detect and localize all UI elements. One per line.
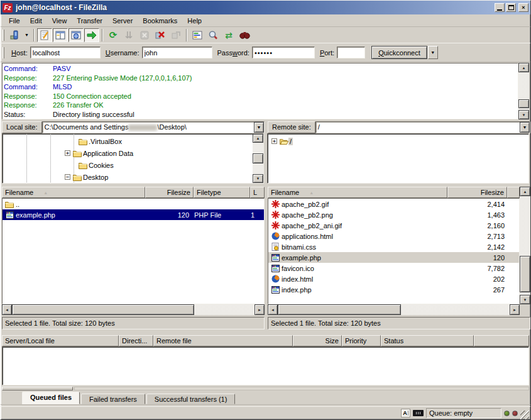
expand-icon[interactable]: +: [65, 150, 70, 156]
scroll-up-button[interactable]: ▲: [520, 187, 530, 196]
scroll-thumb[interactable]: [278, 304, 401, 315]
file-row[interactable]: index.php267: [268, 284, 519, 295]
message-log[interactable]: Command:PASV Response:227 Entering Passi…: [2, 63, 518, 119]
disconnect-button[interactable]: [153, 28, 168, 42]
menu-help[interactable]: Help: [183, 16, 206, 26]
column-header-remote-file[interactable]: Remote file: [153, 335, 293, 346]
file-row-selected[interactable]: example.php120: [268, 252, 519, 263]
toolbar-grip[interactable]: [3, 30, 4, 41]
column-header-status[interactable]: Status: [381, 335, 474, 346]
local-directory-tree[interactable]: .VirtualBox +Application Data Cookies −D…: [3, 134, 253, 183]
scroll-track[interactable]: [194, 304, 255, 315]
scroll-track[interactable]: [74, 387, 529, 390]
column-header-lastmodified[interactable]: L: [250, 187, 265, 198]
file-row[interactable]: ..: [3, 199, 264, 209]
refresh-button[interactable]: ⟳: [106, 28, 121, 42]
directory-filters-button[interactable]: [190, 28, 205, 42]
menu-transfer[interactable]: Transfer: [72, 16, 107, 26]
synchronized-browsing-button[interactable]: ⇄: [221, 28, 236, 42]
menu-view[interactable]: View: [48, 16, 72, 26]
minimize-button[interactable]: [495, 3, 505, 12]
remote-list-hscrollbar[interactable]: ◄ ►: [268, 304, 520, 315]
scroll-up-button[interactable]: ▲: [518, 63, 529, 72]
remote-file-list[interactable]: apache_pb2.gif2,414 apache_pb2.png1,463 …: [268, 198, 520, 304]
maximize-button[interactable]: [506, 3, 516, 12]
scroll-thumb[interactable]: [520, 256, 530, 292]
scroll-down-button[interactable]: ▼: [518, 110, 529, 119]
collapse-icon[interactable]: −: [65, 174, 70, 180]
title-bar[interactable]: Fz john@localhost - FileZilla ×: [1, 1, 530, 14]
queue-hscrollbar[interactable]: [2, 387, 529, 392]
expand-icon[interactable]: +: [271, 138, 277, 144]
file-row[interactable]: applications.html2,713: [268, 231, 519, 241]
close-button[interactable]: ×: [518, 3, 528, 12]
local-list-hscrollbar[interactable]: ◄ ►: [2, 304, 265, 315]
file-row[interactable]: favicon.ico7,782: [268, 263, 519, 274]
menu-file[interactable]: File: [4, 16, 25, 26]
column-header-direction[interactable]: Directi...: [119, 335, 153, 346]
scroll-thumb[interactable]: [253, 153, 263, 163]
column-header-size[interactable]: Size: [293, 335, 342, 346]
column-header-filename[interactable]: Filename▲: [2, 187, 145, 198]
port-input[interactable]: [337, 47, 365, 58]
scroll-thumb[interactable]: [12, 304, 194, 315]
remote-list-scrollbar[interactable]: ▲ ▼: [520, 198, 530, 304]
file-row[interactable]: apache_pb2.png1,463: [268, 209, 519, 220]
scroll-thumb[interactable]: [2, 387, 73, 390]
file-row[interactable]: index.html202: [268, 274, 519, 284]
quickconnect-button[interactable]: Quickconnect: [371, 46, 427, 59]
menu-server[interactable]: Server: [108, 16, 137, 26]
tree-item[interactable]: +/: [268, 135, 528, 147]
scroll-up-button[interactable]: ▲: [253, 134, 263, 143]
toggle-message-log-button[interactable]: [37, 28, 52, 42]
remote-site-combo[interactable]: / ▼: [315, 121, 530, 133]
file-row-selected[interactable]: example.php 120 PHP File 1: [3, 209, 264, 220]
resize-grip[interactable]: [520, 411, 529, 419]
site-manager-dropdown[interactable]: ▼: [23, 28, 31, 42]
toggle-remote-tree-button[interactable]: [68, 28, 84, 42]
column-header-filesize[interactable]: Filesize: [145, 187, 194, 198]
local-file-list[interactable]: .. example.php 120 PHP File 1: [2, 198, 265, 304]
remote-site-dropdown[interactable]: ▼: [520, 122, 530, 133]
scroll-down-button[interactable]: ▼: [520, 295, 530, 304]
scroll-left-button[interactable]: ◄: [268, 304, 278, 315]
tab-queued-files[interactable]: Queued files: [22, 392, 80, 404]
scroll-right-button[interactable]: ►: [510, 304, 520, 315]
local-site-combo[interactable]: C:\Documents and Settings\Desktop\ ▼: [42, 121, 265, 133]
toggle-local-tree-button[interactable]: [53, 28, 68, 42]
scroll-down-button[interactable]: ▼: [253, 174, 263, 183]
tree-item[interactable]: .VirtualBox: [3, 135, 253, 147]
data-type-indicator-icon[interactable]: A: [401, 409, 410, 417]
log-scrollbar[interactable]: ▲ ▼: [518, 63, 529, 119]
scroll-left-button[interactable]: ◄: [2, 304, 12, 315]
file-row[interactable]: bitnami.css2,142: [268, 241, 519, 252]
file-row[interactable]: apache_pb2.gif2,414: [268, 199, 519, 209]
tree-item[interactable]: −Desktop: [3, 171, 253, 183]
column-header-server-local-file[interactable]: Server/Local file: [2, 335, 119, 346]
tab-failed-transfers[interactable]: Failed transfers: [81, 394, 145, 404]
password-input[interactable]: [252, 47, 315, 58]
host-input[interactable]: [30, 47, 101, 58]
tree-item[interactable]: +Application Data: [3, 147, 253, 159]
menu-edit[interactable]: Edit: [26, 16, 47, 26]
toggle-transfer-queue-button[interactable]: [84, 28, 99, 42]
scroll-thumb[interactable]: [518, 99, 529, 108]
site-manager-button[interactable]: [7, 28, 22, 42]
column-header-filesize[interactable]: Filesize: [447, 187, 507, 198]
column-header-filetype[interactable]: Filetype: [194, 187, 250, 198]
local-site-dropdown[interactable]: ▼: [254, 122, 264, 133]
indicator-badge-icon[interactable]: [413, 410, 424, 416]
quickconnect-dropdown[interactable]: ▼: [428, 46, 438, 59]
tree-item[interactable]: Cookies: [3, 159, 253, 171]
column-header-filename[interactable]: Filename▲: [268, 187, 447, 198]
local-tree-scrollbar[interactable]: ▲ ▼: [253, 134, 263, 183]
file-row[interactable]: apache_pb2_ani.gif2,160: [268, 220, 519, 231]
transfer-queue-list[interactable]: [2, 346, 529, 385]
find-files-button[interactable]: [237, 28, 252, 42]
column-header-priority[interactable]: Priority: [342, 335, 381, 346]
tab-successful-transfers[interactable]: Successful transfers (1): [146, 394, 236, 404]
username-input[interactable]: [142, 47, 212, 58]
menu-bookmarks[interactable]: Bookmarks: [138, 16, 182, 26]
remote-directory-tree[interactable]: +/: [268, 134, 528, 183]
scroll-track[interactable]: [401, 304, 510, 315]
